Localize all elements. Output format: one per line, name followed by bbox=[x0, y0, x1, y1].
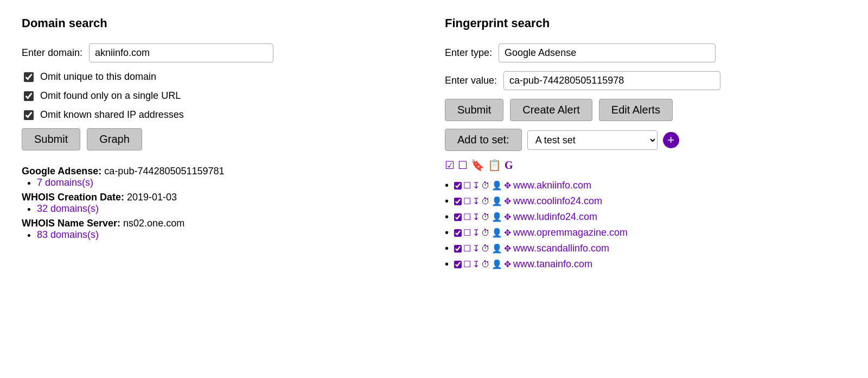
clock-icon[interactable]: ⏱ bbox=[481, 244, 490, 254]
add-to-set-button[interactable]: Add to set: bbox=[445, 129, 522, 151]
sort-icon[interactable]: ↧ bbox=[473, 196, 480, 206]
domain-link[interactable]: www.opremmagazine.com bbox=[513, 227, 628, 238]
row-icons: ☐ ↧ ⏱ 👤 ✥ bbox=[454, 196, 511, 206]
edit-alerts-button[interactable]: Edit Alerts bbox=[599, 99, 673, 121]
move-icon[interactable]: ✥ bbox=[504, 243, 511, 254]
list-item: ☐ ↧ ⏱ 👤 ✥ www.tanainfo.com bbox=[445, 258, 846, 270]
left-button-row: Submit Graph bbox=[22, 128, 412, 150]
sort-icon[interactable]: ↧ bbox=[473, 228, 480, 238]
result-3-value: ns02.one.com bbox=[120, 218, 184, 229]
left-graph-button[interactable]: Graph bbox=[87, 128, 142, 150]
domain-checkbox[interactable] bbox=[454, 213, 462, 221]
domain-link[interactable]: www.ludinfo24.com bbox=[513, 211, 597, 223]
person-icon[interactable]: 👤 bbox=[492, 243, 502, 254]
bookmark-icon[interactable]: ☐ bbox=[463, 228, 471, 238]
list-item: ☐ ↧ ⏱ 👤 ✥ www.akniinfo.com bbox=[445, 179, 846, 192]
person-icon[interactable]: 👤 bbox=[492, 196, 502, 206]
row-icons: ☐ ↧ ⏱ 👤 ✥ bbox=[454, 228, 511, 238]
domain-checkbox[interactable] bbox=[454, 261, 462, 268]
checkbox-row-1: Omit unique to this domain bbox=[24, 71, 412, 83]
domain-checkbox[interactable] bbox=[454, 198, 462, 205]
bookmark-icon[interactable]: ☐ bbox=[463, 196, 471, 206]
left-submit-button[interactable]: Submit bbox=[22, 128, 80, 150]
type-input-row: Enter type: bbox=[445, 43, 846, 62]
move-icon[interactable]: ✥ bbox=[504, 259, 511, 269]
omit-shared-ip-label: Omit known shared IP addresses bbox=[40, 109, 184, 121]
move-icon[interactable]: ✥ bbox=[504, 196, 511, 206]
checkbox-empty-icon[interactable]: ☐ bbox=[458, 159, 468, 172]
domain-input[interactable] bbox=[89, 43, 273, 62]
icon-toolbar: ☑ ☐ 🔖 📋 G bbox=[445, 159, 846, 172]
list-item: ☐ ↧ ⏱ 👤 ✥ www.opremmagazine.com bbox=[445, 226, 846, 239]
create-alert-button[interactable]: Create Alert bbox=[510, 99, 592, 121]
value-input-row: Enter value: bbox=[445, 71, 846, 90]
result-block-2: WHOIS Creation Date: 2019-01-03 32 domai… bbox=[22, 192, 412, 215]
right-submit-button[interactable]: Submit bbox=[445, 99, 503, 121]
result-3-link[interactable]: 83 domains(s) bbox=[37, 229, 99, 240]
domain-link[interactable]: www.tanainfo.com bbox=[513, 259, 592, 270]
domain-link[interactable]: www.coolinfo24.com bbox=[513, 196, 602, 207]
result-block-3: WHOIS Name Server: ns02.one.com 83 domai… bbox=[22, 218, 412, 241]
clock-icon[interactable]: ⏱ bbox=[481, 197, 490, 206]
result-1-label: Google Adsense: bbox=[22, 166, 101, 177]
sort-icon[interactable]: ↧ bbox=[473, 243, 480, 254]
clock-icon[interactable]: ⏱ bbox=[481, 181, 490, 191]
move-icon[interactable]: ✥ bbox=[504, 180, 511, 191]
domain-checkbox[interactable] bbox=[454, 229, 462, 237]
bookmark-icon[interactable]: ☐ bbox=[463, 243, 471, 254]
omit-single-url-checkbox[interactable] bbox=[24, 91, 34, 101]
right-button-row: Submit Create Alert Edit Alerts bbox=[445, 99, 846, 121]
domain-list: ☐ ↧ ⏱ 👤 ✥ www.akniinfo.com ☐ ↧ ⏱ 👤 ✥ www bbox=[445, 179, 846, 270]
person-icon[interactable]: 👤 bbox=[492, 228, 502, 238]
bookmark-icon[interactable]: ☐ bbox=[463, 180, 471, 191]
result-2-link[interactable]: 32 domains(s) bbox=[37, 203, 99, 214]
move-icon[interactable]: ✥ bbox=[504, 212, 511, 222]
person-icon[interactable]: 👤 bbox=[492, 212, 502, 222]
sort-icon[interactable]: ↧ bbox=[473, 259, 480, 269]
domain-link[interactable]: www.scandallinfo.com bbox=[513, 243, 609, 254]
omit-unique-checkbox[interactable] bbox=[24, 72, 34, 82]
row-icons: ☐ ↧ ⏱ 👤 ✥ bbox=[454, 259, 511, 269]
domain-search-title: Domain search bbox=[22, 16, 412, 30]
clock-icon[interactable]: ⏱ bbox=[481, 228, 490, 238]
row-icons: ☐ ↧ ⏱ 👤 ✥ bbox=[454, 243, 511, 254]
sort-icon[interactable]: ↧ bbox=[473, 180, 480, 191]
omit-single-url-label: Omit found only on a single URL bbox=[40, 90, 181, 102]
domain-link[interactable]: www.akniinfo.com bbox=[513, 180, 591, 191]
omit-shared-ip-checkbox[interactable] bbox=[24, 110, 34, 120]
result-2-label: WHOIS Creation Date: bbox=[22, 192, 124, 203]
value-label: Enter value: bbox=[445, 75, 497, 86]
fingerprint-search-title: Fingerprint search bbox=[445, 16, 846, 30]
add-plus-button[interactable]: + bbox=[663, 132, 679, 148]
domain-input-row: Enter domain: bbox=[22, 43, 412, 62]
domain-checkbox[interactable] bbox=[454, 245, 462, 253]
bookmark-check-icon[interactable]: 🔖 bbox=[471, 159, 484, 172]
bookmark-icon[interactable]: ☐ bbox=[463, 259, 471, 269]
result-block-1: Google Adsense: ca-pub-7442805051159781 … bbox=[22, 166, 412, 188]
sort-icon[interactable]: ↧ bbox=[473, 212, 480, 222]
person-icon[interactable]: 👤 bbox=[492, 180, 502, 191]
move-icon[interactable]: ✥ bbox=[504, 228, 511, 238]
type-input[interactable] bbox=[499, 43, 716, 62]
google-g-icon[interactable]: G bbox=[505, 159, 513, 172]
type-label: Enter type: bbox=[445, 47, 492, 59]
domain-label: Enter domain: bbox=[22, 47, 82, 59]
clock-icon[interactable]: ⏱ bbox=[481, 212, 490, 222]
result-3-label: WHOIS Name Server: bbox=[22, 218, 120, 229]
omit-unique-label: Omit unique to this domain bbox=[40, 71, 156, 83]
checkbox-checked-icon[interactable]: ☑ bbox=[445, 159, 455, 172]
clock-icon[interactable]: ⏱ bbox=[481, 260, 490, 269]
list-icon[interactable]: 📋 bbox=[488, 159, 501, 172]
domain-checkbox[interactable] bbox=[454, 182, 462, 190]
checkbox-row-3: Omit known shared IP addresses bbox=[24, 109, 412, 121]
checkbox-row-2: Omit found only on a single URL bbox=[24, 90, 412, 102]
bookmark-icon[interactable]: ☐ bbox=[463, 212, 471, 222]
person-icon[interactable]: 👤 bbox=[492, 259, 502, 269]
result-1-link[interactable]: 7 domains(s) bbox=[37, 177, 93, 188]
set-select[interactable]: A test set bbox=[527, 130, 658, 150]
list-item: ☐ ↧ ⏱ 👤 ✥ www.coolinfo24.com bbox=[445, 195, 846, 207]
left-panel: Domain search Enter domain: Omit unique … bbox=[22, 16, 434, 274]
value-input[interactable] bbox=[503, 71, 720, 90]
row-icons: ☐ ↧ ⏱ 👤 ✥ bbox=[454, 212, 511, 222]
right-panel: Fingerprint search Enter type: Enter val… bbox=[434, 16, 846, 274]
